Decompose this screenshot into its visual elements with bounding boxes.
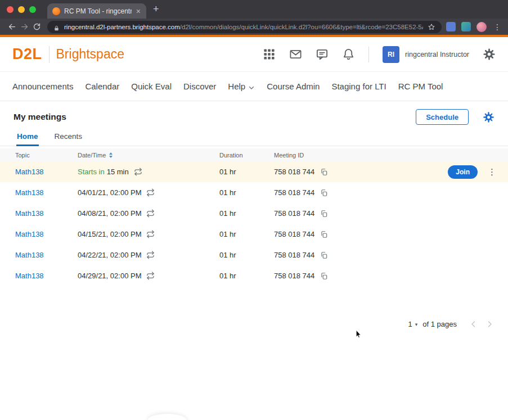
mail-icon[interactable] (289, 48, 302, 61)
meeting-topic-link[interactable]: Math138 (15, 209, 44, 218)
tab-recents[interactable]: Recents (54, 132, 83, 146)
copy-icon[interactable] (320, 272, 328, 280)
app-switcher-icon[interactable] (263, 48, 276, 61)
mouse-cursor (354, 328, 363, 341)
tab-home[interactable]: Home (16, 132, 39, 146)
table-row: Math138 04/01/21, 02:00 PM 01 hr 758 018… (0, 182, 508, 203)
tab-title: RC PM Tool - ringcentral (64, 7, 132, 15)
chat-icon[interactable] (316, 48, 329, 61)
nav-staging-for-lti[interactable]: Staging for LTI (331, 82, 386, 91)
reload-button[interactable] (30, 21, 43, 33)
brightspace-wordmark: Brightspace (56, 47, 124, 62)
meeting-topic-link[interactable]: Math138 (15, 188, 44, 197)
table-header-row: Topic Date/Time Duration Meeting ID (0, 148, 508, 161)
copy-icon[interactable] (320, 189, 328, 197)
page-count-label: of 1 pages (422, 320, 457, 328)
next-page-icon[interactable] (485, 320, 494, 328)
page-select-dropdown[interactable]: 1 ▾ (408, 320, 418, 328)
nav-rc-pm-tool[interactable]: RC PM Tool (398, 82, 443, 91)
schedule-button[interactable]: Schedule (416, 109, 469, 125)
meeting-topic-link[interactable]: Math138 (15, 230, 44, 238)
copy-icon[interactable] (320, 251, 328, 259)
meetings-panel: My meetings Schedule Home Recents Topic … (0, 101, 508, 328)
brightspace-logo[interactable]: D2L Brightspace (12, 46, 124, 63)
recurring-icon (146, 272, 155, 280)
meeting-topic-link[interactable]: Math138 (15, 251, 44, 259)
nav-calendar[interactable]: Calendar (85, 82, 119, 91)
table-row: Math138 04/15/21, 02:00 PM 01 hr 758 018… (0, 224, 508, 245)
bell-icon[interactable] (342, 48, 355, 61)
back-button[interactable] (6, 21, 18, 33)
url-text: ringcentral.d2l-partners.brightspace.com… (64, 24, 423, 30)
meetings-tabs: Home Recents (0, 129, 508, 146)
user-name: ringcentral Instructor (405, 51, 469, 58)
nav-help[interactable]: Help (228, 82, 255, 91)
browser-tab[interactable]: RC PM Tool - ringcentral × (47, 3, 146, 19)
nav-course-admin[interactable]: Course Admin (267, 82, 320, 91)
user-menu[interactable]: RI ringcentral Instructor (383, 46, 469, 63)
header-divider (368, 47, 369, 62)
nav-announcements[interactable]: Announcements (12, 82, 73, 91)
meeting-id: 758 018 744 (274, 251, 375, 259)
copy-icon[interactable] (320, 231, 328, 238)
meeting-id: 758 018 744 (274, 230, 375, 238)
window-close-button[interactable] (7, 6, 14, 13)
browser-profile-avatar[interactable] (476, 22, 487, 32)
recurring-icon (146, 209, 155, 218)
lock-icon (53, 24, 60, 30)
new-tab-button[interactable]: + (146, 4, 159, 19)
recurring-icon (134, 168, 142, 176)
meeting-id: 758 018 744 (274, 188, 375, 197)
tab-favicon-icon (52, 7, 60, 15)
column-header-meeting-id: Meeting ID (274, 152, 375, 159)
column-header-datetime[interactable]: Date/Time (78, 152, 219, 159)
table-row: Math138 04/08/21, 02:00 PM 01 hr 758 018… (0, 203, 508, 224)
row-menu-icon[interactable]: ⋮ (486, 168, 498, 176)
tab-close-icon[interactable]: × (136, 7, 141, 15)
column-header-duration: Duration (219, 152, 274, 159)
pagination: 1 ▾ of 1 pages (0, 320, 494, 328)
window-controls (0, 6, 43, 19)
url-bar[interactable]: ringcentral.d2l-partners.brightspace.com… (47, 21, 442, 33)
table-row: Math138 04/22/21, 02:00 PM 01 hr 758 018… (0, 245, 508, 265)
copy-icon[interactable] (320, 168, 328, 176)
nav-quick-eval[interactable]: Quick Eval (131, 82, 172, 91)
browser-tab-strip: RC PM Tool - ringcentral × + (0, 0, 508, 19)
chevron-down-icon (248, 83, 255, 90)
app-header: D2L Brightspace RI ringcentral Instructo… (0, 37, 508, 71)
extension-icon[interactable] (461, 22, 471, 31)
settings-gear-icon[interactable] (483, 111, 494, 123)
course-navbar: Announcements Calendar Quick Eval Discov… (0, 71, 508, 101)
window-minimize-button[interactable] (18, 6, 25, 13)
d2l-logo: D2L (12, 46, 42, 63)
avatar: RI (383, 46, 399, 63)
extension-icon[interactable] (446, 22, 456, 31)
meeting-duration: 01 hr (219, 272, 274, 280)
bookmark-star-icon[interactable] (428, 23, 435, 31)
forward-button[interactable] (18, 21, 30, 33)
nav-discover[interactable]: Discover (183, 82, 216, 91)
table-row: Math138 04/29/21, 02:00 PM 01 hr 758 018… (0, 265, 508, 286)
meeting-duration: 01 hr (219, 168, 274, 176)
browser-menu-icon[interactable]: ⋮ (492, 22, 502, 31)
meeting-datetime: Starts in 15 min (78, 168, 219, 176)
join-button[interactable]: Join (448, 165, 478, 179)
meeting-datetime: 04/29/21, 02:00 PM (78, 272, 219, 280)
meeting-datetime: 04/15/21, 02:00 PM (78, 230, 219, 238)
browser-window: RC PM Tool - ringcentral × + ringcentral… (0, 0, 508, 420)
caret-down-icon: ▾ (415, 322, 418, 327)
window-zoom-button[interactable] (29, 6, 36, 13)
meeting-topic-link[interactable]: Math138 (15, 168, 44, 176)
meeting-duration: 01 hr (219, 188, 274, 197)
meeting-datetime: 04/22/21, 02:00 PM (78, 251, 219, 259)
column-header-topic: Topic (15, 152, 78, 159)
logo-divider (49, 46, 50, 63)
copy-icon[interactable] (320, 210, 328, 218)
meeting-duration: 01 hr (219, 209, 274, 218)
previous-page-icon[interactable] (469, 320, 478, 328)
admin-gear-icon[interactable] (483, 48, 496, 61)
meeting-datetime: 04/01/21, 02:00 PM (78, 188, 219, 197)
meeting-topic-link[interactable]: Math138 (15, 272, 44, 280)
meeting-duration: 01 hr (219, 230, 274, 238)
browser-toolbar: ringcentral.d2l-partners.brightspace.com… (0, 19, 508, 35)
